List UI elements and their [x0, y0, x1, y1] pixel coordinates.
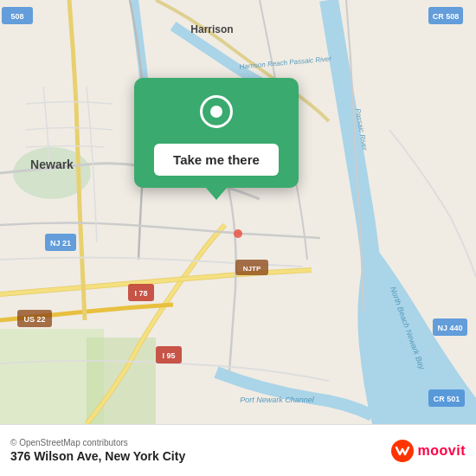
bottom-bar: © OpenStreetMap contributors 376 Wilson …	[0, 424, 476, 476]
svg-text:I 78: I 78	[134, 289, 147, 298]
svg-text:I 95: I 95	[162, 351, 175, 360]
map-background: 508 CR 508 NJ 21 US 22 I 78 I 95 NJTP NJ…	[0, 0, 476, 424]
map-container: 508 CR 508 NJ 21 US 22 I 78 I 95 NJTP NJ…	[0, 0, 476, 424]
address-section: © OpenStreetMap contributors 376 Wilson …	[10, 438, 185, 463]
take-me-there-button[interactable]: Take me there	[154, 144, 279, 176]
moovit-label: moovit	[418, 443, 466, 459]
map-pin-icon	[196, 93, 237, 135]
address-label: 376 Wilson Ave, New York City	[10, 449, 185, 463]
svg-text:508: 508	[10, 12, 23, 21]
svg-text:NJTP: NJTP	[243, 265, 261, 273]
svg-text:NJ 440: NJ 440	[437, 324, 462, 332]
svg-text:CR 501: CR 501	[434, 395, 460, 403]
svg-text:Port Newark Channel: Port Newark Channel	[240, 396, 315, 404]
svg-point-30	[210, 106, 222, 118]
moovit-icon	[390, 439, 415, 463]
moovit-logo: moovit	[390, 439, 466, 463]
svg-text:Newark: Newark	[30, 158, 74, 171]
svg-text:Harrison: Harrison	[190, 23, 233, 35]
map-attribution: © OpenStreetMap contributors	[10, 438, 185, 447]
svg-text:NJ 21: NJ 21	[50, 239, 71, 248]
svg-point-28	[234, 229, 242, 238]
svg-text:US 22: US 22	[23, 315, 45, 324]
svg-text:CR 508: CR 508	[433, 12, 460, 21]
location-popup: Take me there	[134, 78, 299, 188]
